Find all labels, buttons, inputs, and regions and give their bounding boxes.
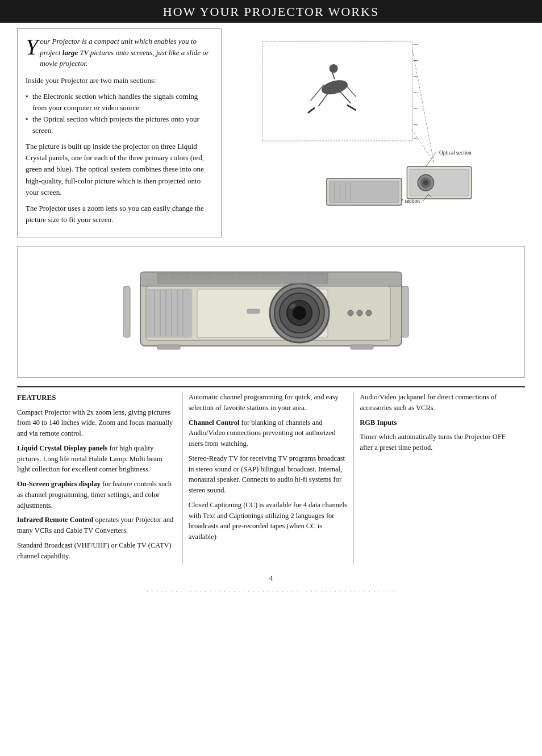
footer-decoration: · · · · · · · · · · · · · · · · · · · · …: [0, 586, 542, 597]
feat-lcd-label: Liquid Crystal Display panels: [17, 444, 107, 452]
section-list: the Electronic section which handles the…: [26, 91, 213, 137]
intro-paragraph: Y our Projector is a compact unit which …: [26, 36, 213, 69]
features-section: FEATURES Compact Projector with 2x zoom …: [17, 386, 525, 565]
svg-rect-55: [123, 286, 130, 337]
svg-point-24: [423, 180, 428, 185]
feat-lcd: Liquid Crystal Display panels for high q…: [17, 443, 177, 475]
bullet-electronic: the Electronic section which handles the…: [26, 91, 213, 114]
feat-remote-label: Infrared Remote Control: [17, 516, 93, 524]
crystal-para: The picture is built up inside the proje…: [26, 141, 213, 198]
svg-rect-53: [351, 345, 373, 349]
svg-rect-48: [247, 309, 260, 314]
right-diagram: Optical section TV section: [230, 28, 525, 237]
projector-front-section: [17, 246, 525, 378]
svg-point-51: [366, 310, 372, 316]
svg-point-5: [330, 64, 338, 73]
feat-cc: Closed Captioning (CC) is available for …: [189, 500, 348, 542]
feat-osd: On-Screen graphics display for feature c…: [17, 479, 177, 511]
svg-line-7: [345, 85, 356, 97]
diagram-area: Optical section TV section: [230, 28, 525, 216]
svg-point-1: [320, 78, 349, 97]
svg-rect-52: [157, 345, 180, 349]
feat-av: Audio/Video jackpanel for direct connect…: [360, 392, 519, 413]
features-col-1: FEATURES Compact Projector with 2x zoom …: [17, 392, 183, 565]
projector-diagram-svg: Optical section TV section: [230, 28, 525, 216]
svg-point-46: [293, 306, 306, 320]
feat-chan-ctrl: Channel Control for blanking of channels…: [189, 417, 348, 449]
bullet-optical: the Optical section which projects the p…: [26, 114, 213, 136]
svg-line-8: [308, 108, 315, 113]
drop-cap-letter: Y: [26, 36, 38, 69]
top-section: Y our Projector is a compact unit which …: [0, 28, 542, 237]
svg-line-19: [426, 152, 436, 166]
projector-front-svg: [123, 255, 419, 369]
svg-line-2: [319, 91, 330, 106]
feat-auto-chan: Automatic channel programming for quick,…: [189, 392, 348, 413]
feat-remote: Infrared Remote Control operates your Pr…: [17, 515, 177, 536]
svg-line-6: [311, 85, 324, 101]
intro-text-box: Y our Projector is a compact unit which …: [17, 28, 222, 237]
svg-rect-54: [402, 286, 408, 337]
svg-point-49: [348, 310, 353, 316]
feat-broadcast: Standard Broadcast (VHF/UHF) or Cable TV…: [17, 540, 177, 562]
feat-zoom: Compact Projector with 2x zoom lens, giv…: [17, 407, 177, 439]
svg-line-9: [347, 105, 356, 110]
features-col-2: Automatic channel programming for quick,…: [183, 392, 355, 565]
optical-label: Optical section: [439, 150, 472, 156]
svg-rect-56: [157, 273, 328, 283]
feat-rgb-label: RGB Inputs: [360, 417, 519, 428]
svg-point-50: [357, 310, 362, 316]
svg-line-18: [412, 50, 434, 162]
rgb-label: RGB Inputs: [360, 419, 397, 427]
features-title: FEATURES: [17, 392, 177, 403]
intro-text: our Projector is a compact unit which en…: [40, 36, 213, 69]
features-col-3: Audio/Video jackpanel for direct connect…: [354, 392, 525, 565]
feat-timer: Timer which automatically turns the Proj…: [360, 432, 519, 453]
zoom-para: The Projector uses a zoom lens so you ca…: [26, 203, 213, 225]
svg-line-3: [340, 91, 351, 103]
page-number: 4: [0, 565, 542, 586]
page-title: How Your Projector Works: [0, 5, 542, 19]
feat-stereo: Stereo-Ready TV for receiving TV program…: [189, 453, 348, 496]
section-intro: Inside your Projector are two main secti…: [26, 75, 213, 86]
page: How Your Projector Works Y our Projector…: [0, 0, 542, 756]
feat-chan-ctrl-label: Channel Control: [189, 419, 240, 427]
page-header: How Your Projector Works: [0, 0, 542, 23]
feat-osd-label: On-Screen graphics display: [17, 480, 101, 488]
svg-rect-34: [146, 289, 191, 337]
